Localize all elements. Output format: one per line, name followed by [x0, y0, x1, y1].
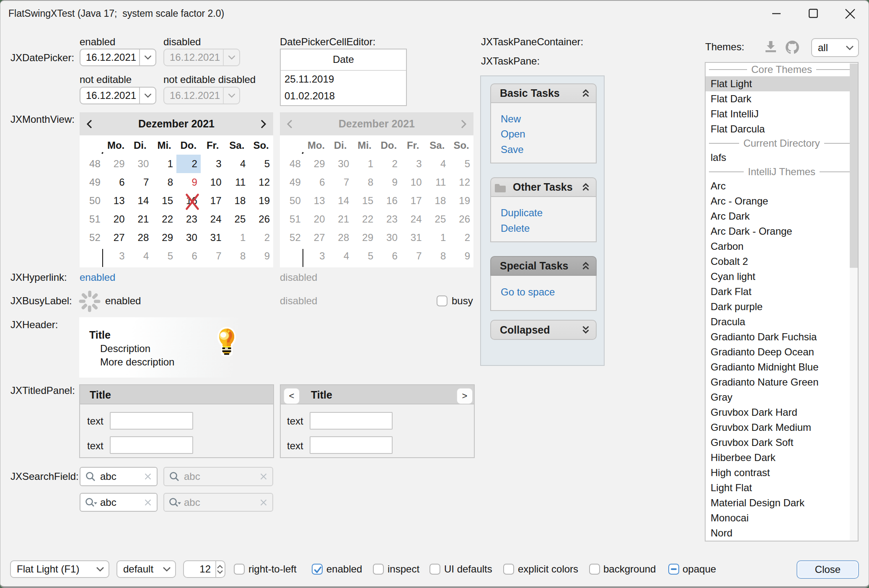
close-dialog-button[interactable]: Close — [797, 560, 859, 579]
checkbox-right-to-left[interactable] — [234, 564, 245, 575]
collapse-icon[interactable] — [582, 183, 589, 192]
day-cell[interactable]: 5 — [152, 247, 176, 265]
checkbox-label-inspect[interactable]: inspect — [388, 563, 419, 575]
download-icon[interactable] — [765, 41, 776, 53]
chevron-right-icon[interactable] — [261, 119, 266, 129]
day-cell[interactable]: 31 — [201, 228, 225, 247]
day-cell[interactable]: 16 — [176, 192, 201, 210]
checkbox-label-explicit-colors[interactable]: explicit colors — [518, 563, 578, 575]
collapse-icon[interactable] — [582, 89, 589, 98]
theme-item-flat-dark[interactable]: Flat Dark — [706, 91, 858, 106]
taskpane-link-go-to-space[interactable]: Go to space — [501, 286, 555, 298]
day-cell[interactable]: 28 — [128, 228, 153, 247]
theme-item-arc---orange[interactable]: Arc - Orange — [706, 194, 858, 209]
theme-item-gradianto-nature-green[interactable]: Gradianto Nature Green — [706, 375, 858, 390]
taskpane-link-delete[interactable]: Delete — [501, 222, 530, 235]
day-cell[interactable]: 30 — [176, 228, 201, 247]
day-cell[interactable]: 3 — [104, 247, 128, 265]
checkbox-label-opaque[interactable]: opaque — [683, 563, 716, 575]
day-cell[interactable]: 29 — [104, 155, 128, 173]
maximize-button[interactable] — [809, 9, 818, 18]
theme-item-flat-darcula[interactable]: Flat Darcula — [706, 122, 858, 137]
day-cell[interactable]: 6 — [104, 173, 128, 192]
datepicker-value[interactable]: 16.12.2021 — [86, 52, 136, 63]
theme-item-arc[interactable]: Arc — [706, 179, 858, 194]
monthview-enabled[interactable]: Dezember 2021 Mo.Di.Mi.Do.Fr.Sa.So. 4829… — [80, 112, 273, 267]
close-button[interactable] — [845, 8, 856, 19]
themes-scrollbar[interactable] — [850, 63, 858, 541]
text-input[interactable] — [310, 412, 393, 430]
spinner-up-icon[interactable] — [217, 565, 223, 569]
busy-checkbox-label[interactable]: busy — [452, 295, 473, 307]
checkbox-background[interactable] — [589, 564, 600, 575]
day-cell[interactable]: 14 — [128, 192, 153, 210]
day-cell[interactable]: 12 — [249, 173, 273, 192]
day-cell[interactable]: 3 — [201, 155, 225, 173]
table-row[interactable]: 01.02.2018 — [284, 88, 335, 104]
theme-item-cyan-light[interactable]: Cyan light — [706, 269, 858, 284]
day-cell[interactable]: 22 — [152, 210, 176, 228]
day-cell[interactable]: 4 — [225, 155, 249, 173]
day-cell[interactable]: 7 — [201, 247, 225, 265]
datepicker-value[interactable]: 16.12.2021 — [86, 90, 136, 101]
day-cell[interactable]: 19 — [249, 192, 273, 210]
day-cell[interactable]: 4 — [128, 247, 153, 265]
theme-item-monocai[interactable]: Monocai — [706, 510, 858, 526]
day-cell[interactable]: 8 — [225, 247, 249, 265]
theme-item-gruvbox-dark-soft[interactable]: Gruvbox Dark Soft — [706, 435, 858, 450]
theme-item-gray[interactable]: Gray — [706, 390, 858, 405]
spinner-value[interactable]: 12 — [199, 561, 211, 577]
checkbox-enabled[interactable] — [312, 564, 323, 575]
day-cell[interactable]: 24 — [201, 210, 225, 228]
searchfield-enabled[interactable]: abc — [80, 467, 158, 486]
laf-combo[interactable]: Flat Light (F1) — [10, 560, 109, 578]
text-input[interactable] — [110, 436, 193, 454]
day-cell[interactable]: 9 — [176, 173, 201, 192]
expand-icon[interactable] — [582, 326, 589, 334]
day-cell[interactable]: 2 — [176, 155, 201, 173]
checkbox-explicit-colors[interactable] — [503, 564, 514, 575]
prev-button[interactable]: < — [284, 389, 299, 404]
themes-list[interactable]: Core ThemesFlat LightFlat DarkFlat Intel… — [705, 62, 859, 541]
taskpane-header[interactable]: Special Tasks — [490, 256, 597, 276]
day-cell[interactable]: 18 — [225, 192, 249, 210]
next-button[interactable]: > — [457, 389, 472, 404]
checkbox-inspect[interactable] — [373, 564, 384, 575]
theme-item-flat-light[interactable]: Flat Light — [706, 76, 858, 91]
theme-item-flat-intellij[interactable]: Flat IntelliJ — [706, 106, 858, 122]
theme-item-lafs[interactable]: lafs — [706, 150, 858, 165]
scrollbar-thumb[interactable] — [850, 64, 858, 268]
font-combo[interactable]: default — [116, 560, 176, 578]
table-row[interactable]: 25.11.2019 — [284, 71, 334, 88]
theme-item-cobalt-2[interactable]: Cobalt 2 — [706, 254, 858, 269]
day-cell[interactable]: 8 — [152, 173, 176, 192]
collapse-icon[interactable] — [582, 262, 589, 270]
theme-item-material-design-dark[interactable]: Material Design Dark — [706, 495, 858, 510]
theme-item-gruvbox-dark-medium[interactable]: Gruvbox Dark Medium — [706, 420, 858, 435]
checkbox-label-background[interactable]: background — [603, 563, 656, 575]
theme-item-dracula[interactable]: Dracula — [706, 314, 858, 329]
day-cell[interactable]: 9 — [249, 247, 273, 265]
theme-item-arc-dark---orange[interactable]: Arc Dark - Orange — [706, 224, 858, 239]
day-cell[interactable]: 30 — [128, 155, 153, 173]
day-cell[interactable]: 1 — [152, 155, 176, 173]
monthview-grid[interactable]: 4829301234549678910111250131415161718195… — [80, 155, 273, 265]
searchfield-menu-enabled[interactable]: abc — [80, 493, 158, 512]
day-cell[interactable]: 17 — [201, 192, 225, 210]
day-cell[interactable]: 25 — [225, 210, 249, 228]
taskpane-header[interactable]: Basic Tasks — [490, 83, 597, 103]
text-input[interactable] — [110, 412, 193, 430]
day-cell[interactable]: 1 — [225, 228, 249, 247]
day-cell[interactable]: 11 — [225, 173, 249, 192]
taskpane-link-duplicate[interactable]: Duplicate — [501, 207, 543, 219]
text-input[interactable] — [310, 436, 393, 454]
fontsize-spinner[interactable]: 12 — [183, 560, 225, 578]
search-menu-icon[interactable] — [85, 497, 98, 508]
theme-item-nord[interactable]: Nord — [706, 526, 858, 541]
theme-item-hiberbee-dark[interactable]: Hiberbee Dark — [706, 450, 858, 465]
taskpane-header[interactable]: Other Tasks — [490, 177, 597, 197]
theme-item-carbon[interactable]: Carbon — [706, 239, 858, 254]
minimize-button[interactable] — [772, 9, 781, 18]
spinner-down-icon[interactable] — [217, 570, 223, 574]
theme-item-dark-purple[interactable]: Dark purple — [706, 299, 858, 314]
